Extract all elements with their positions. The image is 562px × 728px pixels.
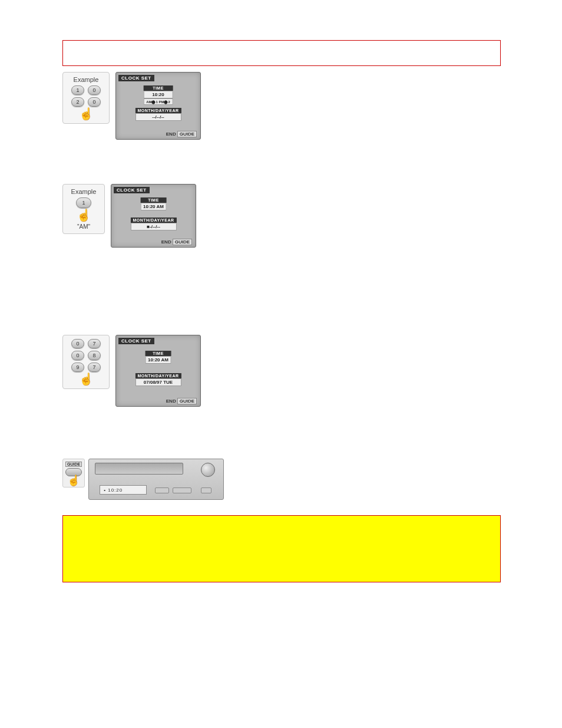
- keypad-panel-3: 0 7 0 8 9 7 ☝: [62, 335, 110, 389]
- date-block: MONTH/DAY/YEAR 07/08/97 TUE: [135, 373, 181, 386]
- key-button[interactable]: 0: [88, 97, 101, 107]
- key-button[interactable]: 0: [88, 85, 101, 95]
- keypad-panel-2: Example 1 ☝ "AM": [62, 184, 105, 234]
- yellow-note-box: [62, 515, 501, 582]
- key-button[interactable]: 0: [71, 339, 84, 348]
- figure-step-date-entry: 0 7 0 8 9 7 ☝ CLOCK SET TIME 10:20 AM MO…: [62, 335, 201, 407]
- time-block: TIME 10:20 AM: [145, 351, 171, 364]
- osd-screen-2: CLOCK SET TIME 10:20 AM MONTH/DAY/YEAR ■…: [111, 184, 196, 248]
- hand-press-icon: ☝: [79, 373, 94, 385]
- vcr-button[interactable]: [173, 487, 191, 493]
- date-block: MONTH/DAY/YEAR ■-/--/--: [130, 218, 176, 230]
- key-button[interactable]: 9: [71, 363, 84, 372]
- end-label: END: [161, 239, 171, 245]
- date-value: ■-/--/--: [130, 223, 176, 230]
- time-value: 10:20 AM: [140, 203, 167, 210]
- guide-label: GUIDE: [177, 398, 197, 404]
- key-button[interactable]: 1: [76, 197, 91, 208]
- guide-button-panel: GUIDE ☝: [62, 459, 85, 487]
- time-header: TIME: [143, 85, 173, 91]
- vcr-clock-display: • 10:20: [100, 485, 147, 495]
- top-instruction-box: [62, 40, 501, 66]
- key-row: 9 7: [71, 363, 101, 372]
- vcr-button[interactable]: [201, 487, 211, 493]
- time-value: 10:20 AM: [145, 356, 171, 364]
- date-header: MONTH/DAY/YEAR: [135, 108, 181, 113]
- hand-press-icon: ☝: [77, 209, 91, 221]
- end-guide-hint: ENDGUIDE: [161, 239, 192, 245]
- date-header: MONTH/DAY/YEAR: [135, 373, 181, 378]
- hand-press-icon: ☝: [67, 475, 80, 486]
- osd-screen-3: CLOCK SET TIME 10:20 AM MONTH/DAY/YEAR 0…: [115, 335, 201, 407]
- key-button[interactable]: 7: [88, 363, 101, 372]
- guide-label: GUIDE: [177, 131, 197, 137]
- vcr-front-panel: • 10:20: [88, 459, 224, 500]
- key-button[interactable]: 2: [71, 97, 84, 107]
- screen-title: CLOCK SET: [118, 75, 154, 81]
- example-label: Example: [74, 76, 99, 83]
- date-value: --/--/--: [135, 113, 181, 121]
- key-button[interactable]: 0: [71, 351, 84, 360]
- key-row: 2 0: [71, 97, 101, 107]
- guide-label: GUIDE: [173, 239, 192, 245]
- key-row: 1 0: [71, 85, 101, 95]
- end-label: END: [166, 398, 176, 404]
- jog-dial[interactable]: [201, 463, 215, 477]
- screen-title: CLOCK SET: [114, 187, 150, 193]
- osd-screen-1: CLOCK SET TIME 10:20 AM⬤1 PM⬤2 MONTH/DAY…: [115, 72, 201, 140]
- am-caption: "AM": [77, 223, 90, 230]
- end-guide-hint: ENDGUIDE: [166, 398, 197, 404]
- date-block: MONTH/DAY/YEAR --/--/--: [135, 108, 181, 121]
- hand-press-icon: ☝: [79, 108, 94, 120]
- figure-vcr-guide-press: GUIDE ☝ • 10:20: [62, 459, 224, 500]
- date-header: MONTH/DAY/YEAR: [130, 218, 176, 223]
- ampm-select: AM⬤1 PM⬤2: [143, 98, 173, 105]
- figure-step-ampm: Example 1 ☝ "AM" CLOCK SET TIME 10:20 AM…: [62, 184, 196, 248]
- key-button[interactable]: 1: [71, 85, 84, 95]
- vcr-display-text: • 10:20: [104, 487, 123, 493]
- guide-button-label: GUIDE: [65, 462, 82, 467]
- date-value: 07/08/97 TUE: [135, 378, 181, 386]
- key-row: 0 8: [71, 351, 101, 360]
- end-guide-hint: ENDGUIDE: [166, 131, 197, 137]
- key-row: 0 7: [71, 339, 101, 348]
- keypad-panel-1: Example 1 0 2 0 ☝: [62, 72, 110, 124]
- end-label: END: [166, 131, 176, 137]
- key-button[interactable]: 8: [88, 351, 101, 360]
- time-value: 10:20: [143, 91, 173, 98]
- key-button[interactable]: 7: [88, 339, 101, 348]
- time-block: TIME 10:20 AM: [140, 197, 167, 210]
- time-header: TIME: [145, 351, 171, 356]
- time-header: TIME: [140, 197, 167, 203]
- figure-step-time-entry: Example 1 0 2 0 ☝ CLOCK SET TIME 10:20 A…: [62, 72, 201, 140]
- example-label: Example: [71, 188, 97, 195]
- vcr-button[interactable]: [155, 487, 169, 493]
- cassette-slot: [95, 463, 183, 475]
- screen-title: CLOCK SET: [118, 338, 154, 344]
- time-block: TIME 10:20 AM⬤1 PM⬤2: [143, 85, 173, 105]
